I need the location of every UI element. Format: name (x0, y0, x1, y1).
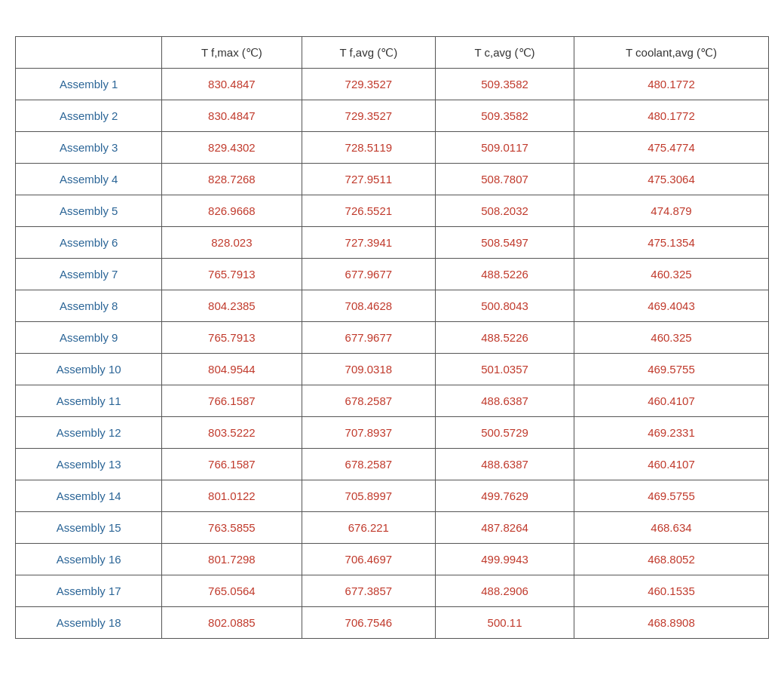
data-cell: 708.4628 (302, 290, 436, 322)
data-cell: 488.5226 (436, 322, 574, 354)
data-cell: 804.9544 (162, 354, 302, 385)
header-col-4: T coolant,avg (℃) (574, 37, 768, 69)
table-row: Assembly 5826.9668726.5521508.2032474.87… (16, 195, 769, 227)
assembly-label: Assembly 11 (16, 385, 162, 417)
data-cell: 469.2331 (574, 417, 768, 449)
data-cell: 828.7268 (162, 164, 302, 195)
data-cell: 501.0357 (436, 354, 574, 385)
data-cell: 487.8264 (436, 512, 574, 544)
data-cell: 488.5226 (436, 259, 574, 290)
data-cell: 766.1587 (162, 449, 302, 480)
assembly-label: Assembly 14 (16, 480, 162, 512)
data-cell: 480.1772 (574, 100, 768, 132)
table-row: Assembly 2830.4847729.3527509.3582480.17… (16, 100, 769, 132)
data-cell: 706.7546 (302, 607, 436, 639)
data-cell: 677.3857 (302, 575, 436, 607)
header-col-3: T c,avg (℃) (436, 37, 574, 69)
data-table: T f,max (℃)T f,avg (℃)T c,avg (℃)T coola… (15, 36, 769, 639)
data-cell: 706.4697 (302, 544, 436, 575)
table-row: Assembly 1830.4847729.3527509.3582480.17… (16, 69, 769, 100)
data-cell: 508.5497 (436, 227, 574, 259)
data-cell: 460.325 (574, 259, 768, 290)
data-cell: 829.4302 (162, 132, 302, 164)
data-cell: 803.5222 (162, 417, 302, 449)
table-wrapper: T f,max (℃)T f,avg (℃)T c,avg (℃)T coola… (0, 21, 784, 654)
assembly-label: Assembly 8 (16, 290, 162, 322)
data-cell: 488.2906 (436, 575, 574, 607)
table-body: Assembly 1830.4847729.3527509.3582480.17… (16, 69, 769, 639)
data-cell: 678.2587 (302, 449, 436, 480)
assembly-label: Assembly 10 (16, 354, 162, 385)
assembly-label: Assembly 3 (16, 132, 162, 164)
data-cell: 828.023 (162, 227, 302, 259)
assembly-label: Assembly 6 (16, 227, 162, 259)
table-row: Assembly 17765.0564677.3857488.2906460.1… (16, 575, 769, 607)
data-cell: 677.9677 (302, 259, 436, 290)
data-cell: 468.8908 (574, 607, 768, 639)
data-cell: 500.11 (436, 607, 574, 639)
assembly-label: Assembly 7 (16, 259, 162, 290)
data-cell: 508.2032 (436, 195, 574, 227)
table-row: Assembly 13766.1587678.2587488.6387460.4… (16, 449, 769, 480)
data-cell: 766.1587 (162, 385, 302, 417)
data-cell: 830.4847 (162, 100, 302, 132)
data-cell: 765.7913 (162, 322, 302, 354)
assembly-label: Assembly 9 (16, 322, 162, 354)
data-cell: 475.1354 (574, 227, 768, 259)
data-cell: 468.8052 (574, 544, 768, 575)
assembly-label: Assembly 18 (16, 607, 162, 639)
data-cell: 488.6387 (436, 385, 574, 417)
data-cell: 830.4847 (162, 69, 302, 100)
data-cell: 727.9511 (302, 164, 436, 195)
data-cell: 509.3582 (436, 100, 574, 132)
data-cell: 729.3527 (302, 100, 436, 132)
data-cell: 475.3064 (574, 164, 768, 195)
table-row: Assembly 8804.2385708.4628500.8043469.40… (16, 290, 769, 322)
data-cell: 509.0117 (436, 132, 574, 164)
data-cell: 709.0318 (302, 354, 436, 385)
table-row: Assembly 11766.1587678.2587488.6387460.4… (16, 385, 769, 417)
table-row: Assembly 16801.7298706.4697499.9943468.8… (16, 544, 769, 575)
header-col-2: T f,avg (℃) (302, 37, 436, 69)
data-cell: 676.221 (302, 512, 436, 544)
data-cell: 763.5855 (162, 512, 302, 544)
data-cell: 804.2385 (162, 290, 302, 322)
data-cell: 705.8997 (302, 480, 436, 512)
data-cell: 469.5755 (574, 480, 768, 512)
data-cell: 460.1535 (574, 575, 768, 607)
data-cell: 508.7807 (436, 164, 574, 195)
data-cell: 727.3941 (302, 227, 436, 259)
table-row: Assembly 10804.9544709.0318501.0357469.5… (16, 354, 769, 385)
data-cell: 460.4107 (574, 449, 768, 480)
data-cell: 500.8043 (436, 290, 574, 322)
data-cell: 765.7913 (162, 259, 302, 290)
data-cell: 499.9943 (436, 544, 574, 575)
header-row: T f,max (℃)T f,avg (℃)T c,avg (℃)T coola… (16, 37, 769, 69)
table-row: Assembly 9765.7913677.9677488.5226460.32… (16, 322, 769, 354)
data-cell: 677.9677 (302, 322, 436, 354)
table-row: Assembly 7765.7913677.9677488.5226460.32… (16, 259, 769, 290)
table-row: Assembly 12803.5222707.8937500.5729469.2… (16, 417, 769, 449)
data-cell: 475.4774 (574, 132, 768, 164)
assembly-label: Assembly 13 (16, 449, 162, 480)
data-cell: 499.7629 (436, 480, 574, 512)
data-cell: 500.5729 (436, 417, 574, 449)
assembly-label: Assembly 12 (16, 417, 162, 449)
data-cell: 728.5119 (302, 132, 436, 164)
data-cell: 488.6387 (436, 449, 574, 480)
assembly-label: Assembly 1 (16, 69, 162, 100)
data-cell: 765.0564 (162, 575, 302, 607)
data-cell: 468.634 (574, 512, 768, 544)
assembly-label: Assembly 17 (16, 575, 162, 607)
data-cell: 509.3582 (436, 69, 574, 100)
data-cell: 729.3527 (302, 69, 436, 100)
data-cell: 826.9668 (162, 195, 302, 227)
data-cell: 678.2587 (302, 385, 436, 417)
data-cell: 801.7298 (162, 544, 302, 575)
data-cell: 474.879 (574, 195, 768, 227)
data-cell: 469.5755 (574, 354, 768, 385)
table-row: Assembly 6828.023727.3941508.5497475.135… (16, 227, 769, 259)
assembly-label: Assembly 16 (16, 544, 162, 575)
data-cell: 460.4107 (574, 385, 768, 417)
table-row: Assembly 15763.5855676.221487.8264468.63… (16, 512, 769, 544)
